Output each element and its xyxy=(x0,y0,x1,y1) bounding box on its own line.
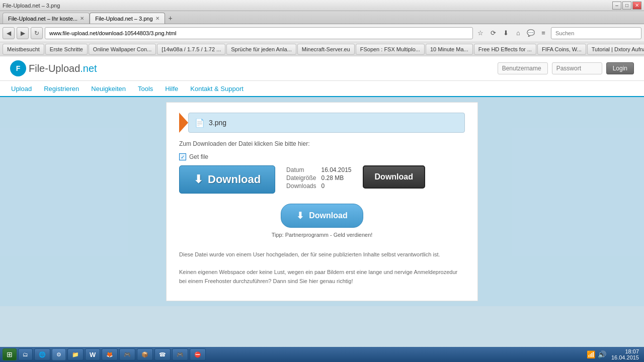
bookmark-1[interactable]: Meistbesucht xyxy=(3,44,44,55)
logo-text-2: .net xyxy=(80,63,97,74)
download-blue-label: Download xyxy=(309,211,347,220)
download-dark-button[interactable]: Download xyxy=(363,165,425,189)
tab-inactive-label: File-Upload.net – Ihr koste... xyxy=(8,16,77,22)
nav-register[interactable]: Registrieren xyxy=(43,85,80,93)
title-bar: File-Upload.net – 3.png – □ ✕ xyxy=(0,0,644,11)
files-icon: 📁 xyxy=(72,351,79,358)
datum-row: Datum 16.04.2015 xyxy=(286,166,351,173)
download-main-button[interactable]: ⬇ Download xyxy=(179,165,275,194)
tab-inactive[interactable]: File-Upload.net – Ihr koste... ✕ xyxy=(3,13,90,24)
bookmark-8[interactable]: 10 Minute Ma... xyxy=(426,44,473,55)
taskbar-game1[interactable]: 🎮 xyxy=(119,348,135,360)
menu-icon[interactable]: ≡ xyxy=(538,28,549,39)
download-icon[interactable]: ⬇ xyxy=(500,28,511,39)
tab-close-active[interactable]: ✕ xyxy=(155,16,159,21)
site-nav: Upload Registrieren Neuigkeiten Tools Hi… xyxy=(0,81,644,97)
forward-button[interactable]: ▶ xyxy=(17,27,29,39)
download-blue-button[interactable]: ⬇ Download xyxy=(281,204,363,228)
disclaimer-1: Diese Datei wurde von einem User hochgel… xyxy=(179,250,465,259)
tab-active-label: File-Upload.net – 3.png xyxy=(95,16,152,22)
taskbar-explorer[interactable]: 🗂 xyxy=(18,348,33,360)
taskbar-network-icon: 📶 xyxy=(587,350,595,358)
site-content: 📄 3.png Zum Downloaden der Datei klicken… xyxy=(0,97,644,306)
nav-news[interactable]: Neuigkeiten xyxy=(90,85,127,93)
logo-text: File-Upload.net xyxy=(29,63,97,74)
get-file-checkbox[interactable]: ✓ xyxy=(179,153,186,160)
whatsapp-icon[interactable]: 💬 xyxy=(525,28,536,39)
taskbar-clock: 18:07 16.04.2015 xyxy=(609,348,641,360)
bookmark-11[interactable]: Tutorial | Dxtory Aufna... xyxy=(587,44,644,55)
taskbar-steam[interactable]: 🎮 xyxy=(172,348,188,360)
window-title: File-Upload.net – 3.png xyxy=(3,3,60,9)
start-icon: ⊞ xyxy=(7,350,13,358)
bookmark-5[interactable]: Sprüche für jeden Anla... xyxy=(226,44,296,55)
start-button[interactable]: ⊞ xyxy=(3,348,17,360)
bookmark-2[interactable]: Erste Schritte xyxy=(45,44,88,55)
star-icon[interactable]: ☆ xyxy=(475,28,486,39)
bookmarks-bar: Meistbesucht Erste Schritte Online Wallp… xyxy=(0,42,644,56)
logo-icon-text: F xyxy=(16,64,21,72)
tab-close-inactive[interactable]: ✕ xyxy=(80,16,84,21)
word-icon: W xyxy=(90,351,96,358)
nav-help[interactable]: Hilfe xyxy=(164,85,179,93)
download-arrow-icon: ⬇ xyxy=(194,173,203,186)
stop-icon: ⛔ xyxy=(194,351,201,358)
password-input[interactable] xyxy=(552,62,602,74)
nav-tools[interactable]: Tools xyxy=(137,85,154,93)
skype-icon: ☎ xyxy=(159,351,166,358)
taskbar-package[interactable]: 📦 xyxy=(137,348,153,360)
site-header: F File-Upload.net Login xyxy=(0,56,644,81)
bookmark-7[interactable]: FSopen : FSX Multiplo... xyxy=(356,44,425,55)
download-section: ⬇ Download Datum 16.04.2015 Dateigröße xyxy=(179,165,465,194)
bookmark-10[interactable]: FIFA Coins, W... xyxy=(537,44,586,55)
bookmark-4[interactable]: [14w08a / 1.7.5 / 1.72 ... xyxy=(157,44,225,55)
website-content: F File-Upload.net Login Upload Registrie… xyxy=(0,56,644,362)
tabs-bar: File-Upload.net – Ihr koste... ✕ File-Up… xyxy=(0,11,644,24)
back-button[interactable]: ◀ xyxy=(3,27,15,39)
url-input[interactable] xyxy=(45,27,473,39)
taskbar-ie[interactable]: 🌐 xyxy=(34,348,50,360)
site-logo: F File-Upload.net xyxy=(10,60,97,76)
file-name: 3.png xyxy=(209,119,226,127)
minimize-button[interactable]: – xyxy=(612,2,621,10)
datum-label: Datum xyxy=(286,166,320,173)
taskbar-files[interactable]: 📁 xyxy=(67,348,84,360)
file-doc-icon: 📄 xyxy=(195,118,205,128)
search-input[interactable] xyxy=(551,27,641,39)
close-button[interactable]: ✕ xyxy=(632,2,641,10)
taskbar-word[interactable]: W xyxy=(85,348,100,360)
file-header: 📄 3.png xyxy=(188,113,465,133)
home-icon[interactable]: ⌂ xyxy=(513,28,524,39)
refresh-icon[interactable]: ⟳ xyxy=(488,28,499,39)
file-header-row: 📄 3.png xyxy=(179,113,465,133)
new-tab-button[interactable]: + xyxy=(165,13,176,24)
get-file-label: Get file xyxy=(189,153,208,160)
taskbar-skype[interactable]: ☎ xyxy=(154,348,171,360)
taskbar-firefox[interactable]: 🦊 xyxy=(102,348,118,360)
disclaimer: Diese Datei wurde von einem User hochgel… xyxy=(179,250,465,286)
check-mark: ✓ xyxy=(181,154,185,160)
bookmark-9[interactable]: Free HD Effects for ... xyxy=(474,44,536,55)
login-button[interactable]: Login xyxy=(606,62,634,74)
tab-active[interactable]: File-Upload.net – 3.png ✕ xyxy=(90,13,165,24)
logo-text-1: File-Upload xyxy=(29,63,80,74)
nav-upload[interactable]: Upload xyxy=(10,85,33,93)
reload-button[interactable]: ↻ xyxy=(31,27,43,39)
maximize-button[interactable]: □ xyxy=(622,2,631,10)
datum-value: 16.04.2015 xyxy=(321,166,351,173)
taskbar: ⊞ 🗂 🌐 ⚙ 📁 W 🦊 🎮 📦 ☎ 🎮 xyxy=(0,347,644,362)
nav-contact[interactable]: Kontakt & Support xyxy=(189,85,245,93)
downloads-row: Downloads 0 xyxy=(286,183,351,190)
taskbar-date-value: 16.04.2015 xyxy=(611,354,639,360)
bookmark-6[interactable]: Minecraft-Server.eu xyxy=(297,44,355,55)
download-main-label: Download xyxy=(208,173,261,186)
steam-icon: 🎮 xyxy=(177,351,184,358)
dateigroesse-value: 0.28 MB xyxy=(321,174,351,182)
toolbar-icons: ☆ ⟳ ⬇ ⌂ 💬 ≡ xyxy=(475,28,549,39)
taskbar-chrome[interactable]: ⚙ xyxy=(52,348,66,360)
dateigroesse-row: Dateigröße 0.28 MB xyxy=(286,174,351,182)
taskbar-stop[interactable]: ⛔ xyxy=(190,348,206,360)
username-input[interactable] xyxy=(498,62,548,74)
content-box: 📄 3.png Zum Downloaden der Datei klicken… xyxy=(166,102,478,301)
bookmark-3[interactable]: Online Wallpaper Con... xyxy=(89,44,156,55)
